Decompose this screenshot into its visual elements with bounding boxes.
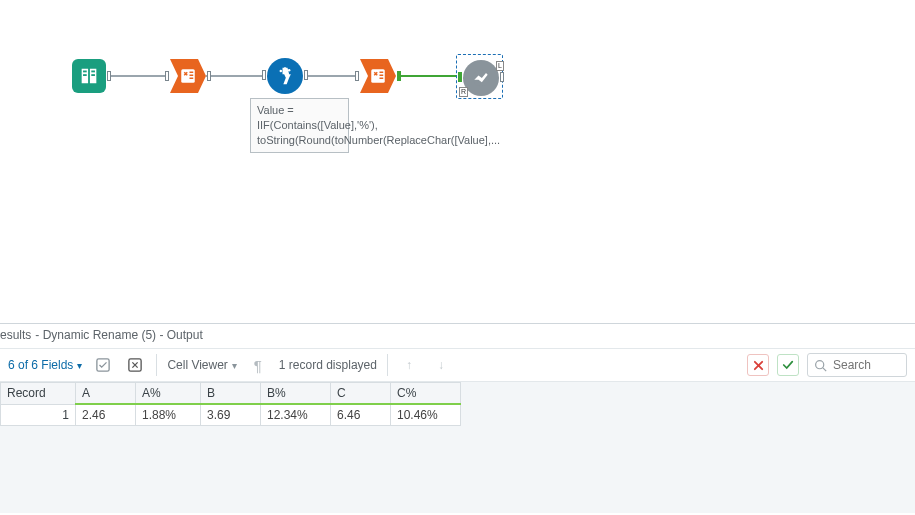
svg-rect-1 [83, 74, 87, 76]
svg-point-9 [280, 70, 283, 73]
svg-line-21 [823, 367, 826, 370]
results-pane: esults - Dynamic Rename (5) - Output 6 o… [0, 323, 915, 513]
reject-button[interactable] [747, 354, 769, 376]
formula-tool[interactable] [267, 58, 303, 94]
svg-point-20 [816, 360, 824, 368]
search-box[interactable] [807, 353, 907, 377]
results-toolbar: 6 of 6 Fields▾ Cell Viewer▾ ¶ 1 record d… [0, 348, 915, 382]
cell: 1.88% [136, 404, 201, 426]
port-badge-l: L [496, 61, 504, 71]
cell: 1 [1, 404, 76, 426]
svg-rect-2 [91, 71, 95, 73]
column-header[interactable]: C% [391, 383, 461, 405]
records-count: 1 record displayed [279, 358, 377, 372]
fields-dropdown-label: 6 of 6 Fields [8, 358, 73, 372]
input-tool[interactable] [72, 59, 106, 93]
cell: 10.46% [391, 404, 461, 426]
connector [206, 75, 265, 77]
workflow-canvas[interactable]: R L Value = IIF(Contains([Value],'%'), t… [0, 0, 915, 323]
connector [109, 75, 169, 77]
column-header[interactable]: B% [261, 383, 331, 405]
cell: 3.69 [201, 404, 261, 426]
selection-box: R L [456, 54, 503, 99]
dynamic-rename-tool[interactable] [170, 59, 206, 96]
chevron-down-icon: ▾ [77, 360, 82, 371]
arrow-up-icon[interactable]: ↑ [398, 354, 420, 376]
results-header: esults - Dynamic Rename (5) - Output [0, 324, 915, 348]
connector [304, 75, 359, 77]
table-row[interactable]: 12.461.88%3.6912.34%6.4610.46% [1, 404, 461, 426]
results-title-rest: - Dynamic Rename (5) - Output [35, 328, 202, 342]
svg-rect-7 [190, 75, 194, 77]
arrow-down-icon[interactable]: ↓ [430, 354, 452, 376]
cellviewer-label: Cell Viewer [167, 358, 227, 372]
accept-button[interactable] [777, 354, 799, 376]
svg-rect-14 [380, 72, 384, 74]
svg-rect-16 [380, 78, 384, 80]
chevron-down-icon: ▾ [232, 360, 237, 371]
cell: 6.46 [331, 404, 391, 426]
column-header[interactable]: A% [136, 383, 201, 405]
results-table[interactable]: RecordAA%BB%CC% 12.461.88%3.6912.34%6.46… [0, 382, 461, 426]
fields-dropdown[interactable]: 6 of 6 Fields▾ [8, 358, 82, 372]
dynamic-rename-tool-2[interactable] [360, 59, 396, 96]
browse-tool[interactable] [463, 60, 499, 96]
column-header[interactable]: A [76, 383, 136, 405]
svg-rect-0 [83, 71, 87, 73]
column-header[interactable]: C [331, 383, 391, 405]
cellviewer-dropdown[interactable]: Cell Viewer▾ [167, 358, 236, 372]
svg-point-11 [284, 67, 287, 70]
pilcrow-icon[interactable]: ¶ [247, 354, 269, 376]
search-input[interactable] [831, 357, 891, 373]
svg-rect-6 [190, 72, 194, 74]
column-header[interactable]: Record [1, 383, 76, 405]
svg-point-10 [288, 69, 291, 72]
checkbox-icon[interactable] [92, 354, 114, 376]
cell: 2.46 [76, 404, 136, 426]
cell: 12.34% [261, 404, 331, 426]
column-header[interactable]: B [201, 383, 261, 405]
svg-rect-15 [380, 75, 384, 77]
tool-annotation: Value = IIF(Contains([Value],'%'), toStr… [250, 98, 349, 153]
search-icon [814, 359, 827, 372]
svg-rect-8 [190, 78, 194, 80]
port-badge-r: R [459, 87, 468, 97]
clear-icon[interactable] [124, 354, 146, 376]
connector [397, 75, 457, 77]
svg-rect-3 [91, 74, 95, 76]
results-title-prefix: esults [0, 328, 31, 342]
